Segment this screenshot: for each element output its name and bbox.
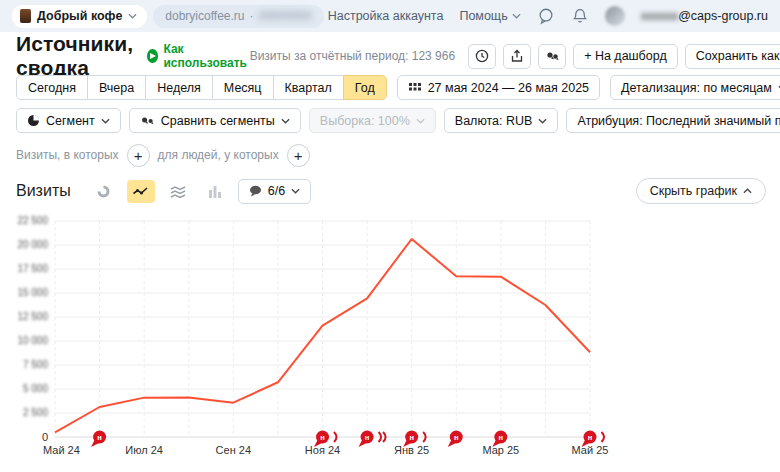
export-button[interactable] <box>503 44 531 69</box>
counter-id-masked: 00000000 <box>259 9 312 23</box>
segment-builder-row: Визиты, в которых + для людей, у которых… <box>16 143 766 167</box>
svg-text:н: н <box>499 433 504 442</box>
add-visit-condition-button[interactable]: + <box>127 144 150 167</box>
visits-total: Визиты за отчётный период: 123 966 <box>250 49 456 63</box>
counter-switcher[interactable]: Добрый кофе <box>12 5 147 28</box>
drops-icon <box>545 49 560 63</box>
svg-text:7 500: 7 500 <box>23 359 48 370</box>
topbar-right: Настройка аккаунта Помощь xxxxxx @caps-g… <box>328 6 768 26</box>
svg-text:Май 25: Май 25 <box>572 444 609 456</box>
svg-text:н: н <box>97 433 102 442</box>
chevron-down-icon <box>101 118 110 124</box>
svg-text:н: н <box>409 433 414 442</box>
header-actions: Визиты за отчётный период: 123 966 + На … <box>250 44 780 69</box>
annotation-marker: н <box>91 431 106 448</box>
svg-text:Мар 25: Мар 25 <box>482 444 519 456</box>
counter-name: Добрый кофе <box>37 9 122 23</box>
line-chart-icon <box>132 185 149 197</box>
yandex-metrica-page: Добрый кофе dobryicoffee.ru · 00000000 Н… <box>0 0 780 472</box>
donut-chart-icon <box>96 184 111 199</box>
user-email-domain: @caps-group.ru <box>678 9 768 23</box>
svg-text:н: н <box>320 433 325 442</box>
segment-dropdown[interactable]: Сегмент <box>16 108 121 133</box>
chevron-down-icon <box>291 188 300 194</box>
svg-text:15 000: 15 000 <box>17 287 48 298</box>
user-email[interactable]: xxxxxx @caps-group.ru <box>641 9 768 23</box>
page-title: Источники, сводка <box>16 32 133 80</box>
save-as-button[interactable]: Сохранить как <box>685 44 780 69</box>
detalization-dropdown[interactable]: Детализация: по месяцам <box>610 75 780 100</box>
svg-text:Ноя 24: Ноя 24 <box>305 444 340 456</box>
visits-condition-label: Визиты, в которых <box>16 148 119 162</box>
date-range-button[interactable]: 27 мая 2024 — 26 мая 2025 <box>397 75 600 100</box>
period-month[interactable]: Месяц <box>212 75 274 100</box>
comment-icon <box>249 185 262 197</box>
calendar-icon <box>408 81 422 94</box>
account-settings-link[interactable]: Настройка аккаунта <box>328 9 444 23</box>
svg-text:22 500: 22 500 <box>17 215 48 226</box>
period-today[interactable]: Сегодня <box>16 75 88 100</box>
sampling-dropdown: Выборка: 100% <box>309 108 436 133</box>
user-avatar[interactable] <box>605 6 625 26</box>
counter-domain-pill[interactable]: dobryicoffee.ru · 00000000 <box>153 5 324 28</box>
columns-chart-icon <box>208 185 222 198</box>
dot-separator: · <box>250 9 254 23</box>
how-to-use-link[interactable]: Как использовать <box>147 42 249 70</box>
svg-text:Янв 25: Янв 25 <box>394 444 429 456</box>
coffee-logo-icon <box>20 9 31 23</box>
svg-text:н: н <box>588 433 593 442</box>
svg-text:Июл 24: Июл 24 <box>125 444 163 456</box>
compare-button[interactable] <box>538 44 566 69</box>
svg-text:2 500: 2 500 <box>23 407 48 418</box>
svg-text:н: н <box>454 433 459 442</box>
chat-icon[interactable] <box>537 7 555 25</box>
period-segmented-control: Сегодня Вчера Неделя Месяц Квартал Год <box>16 75 387 100</box>
add-to-dashboard-button[interactable]: + На дашборд <box>573 44 678 69</box>
compare-segments-dropdown[interactable]: Сравнить сегменты <box>129 108 301 133</box>
comments-count: 6/6 <box>268 184 285 198</box>
help-menu[interactable]: Помощь <box>459 9 520 23</box>
svg-text:12 500: 12 500 <box>17 311 48 322</box>
history-button[interactable] <box>468 44 496 69</box>
compare-segments-icon <box>140 114 155 127</box>
period-week[interactable]: Неделя <box>145 75 213 100</box>
chevron-down-icon <box>281 118 290 124</box>
period-year[interactable]: Год <box>343 75 387 100</box>
svg-text:17 500: 17 500 <box>17 263 48 274</box>
svg-text:Май 24: Май 24 <box>43 444 80 456</box>
period-row: Сегодня Вчера Неделя Месяц Квартал Год 2… <box>16 75 766 100</box>
clock-icon <box>475 49 489 63</box>
chevron-down-icon <box>128 13 137 19</box>
chevron-down-icon <box>538 118 547 124</box>
svg-text:5 000: 5 000 <box>23 383 48 394</box>
play-icon <box>147 49 158 63</box>
stacked-area-icon <box>170 185 186 198</box>
report-header: Источники, сводка Как использовать Визит… <box>16 42 766 70</box>
currency-dropdown[interactable]: Валюта: RUB <box>444 108 559 133</box>
segment-row: Сегмент Сравнить сегменты Выборка: 100% … <box>16 108 766 133</box>
users-condition-label: для людей, у которых <box>158 148 279 162</box>
attribution-dropdown[interactable]: Атрибуция: Последний значимый переход кд <box>566 108 780 133</box>
annotation-marker: н <box>359 431 386 448</box>
date-range-value: 27 мая 2024 — 26 мая 2025 <box>428 81 589 95</box>
chevron-down-icon <box>416 118 425 124</box>
pie-segment-icon <box>27 114 40 127</box>
chart-area: 2 5005 0007 50010 00012 50015 00017 5002… <box>0 200 780 472</box>
topbar: Добрый кофе dobryicoffee.ru · 00000000 Н… <box>0 0 780 32</box>
chevron-up-icon <box>743 188 752 194</box>
svg-text:10 000: 10 000 <box>17 335 48 346</box>
visits-line-chart[interactable]: 2 5005 0007 50010 00012 50015 00017 5002… <box>0 200 780 472</box>
svg-text:н: н <box>365 433 370 442</box>
period-yesterday[interactable]: Вчера <box>87 75 146 100</box>
counter-domain: dobryicoffee.ru <box>165 9 244 23</box>
export-icon <box>510 49 524 63</box>
add-user-condition-button[interactable]: + <box>287 144 310 167</box>
period-quarter[interactable]: Квартал <box>273 75 344 100</box>
svg-text:Сен 24: Сен 24 <box>216 444 251 456</box>
svg-text:20 000: 20 000 <box>17 239 48 250</box>
annotation-marker: н <box>448 431 463 448</box>
bell-icon[interactable] <box>571 7 589 25</box>
chevron-down-icon <box>512 13 521 19</box>
user-email-masked: xxxxxx <box>641 9 679 23</box>
svg-text:0: 0 <box>42 431 48 443</box>
